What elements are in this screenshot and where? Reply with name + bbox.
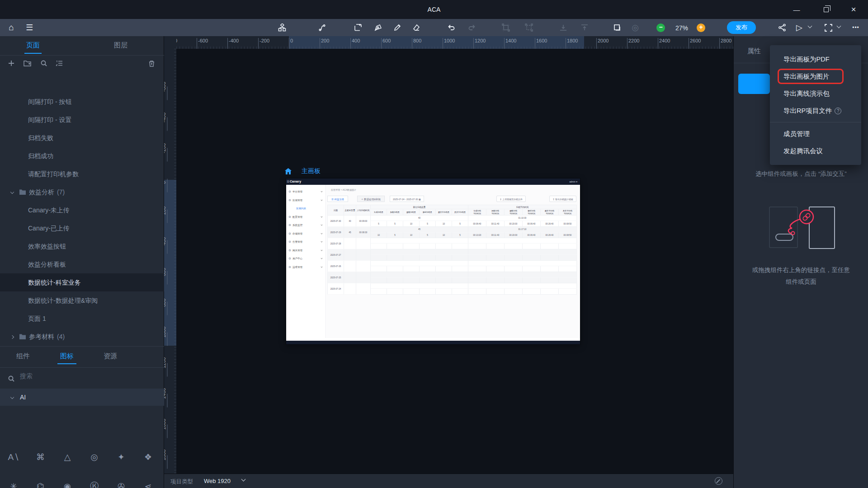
icon-section-ai[interactable]: AI: [0, 389, 164, 406]
ai-logo-sparkle-icon[interactable]: ✦: [113, 449, 129, 465]
menu-item[interactable]: 导出离线演示包: [770, 85, 861, 102]
preview-play-icon[interactable]: ▷: [792, 20, 807, 35]
disable-interactions-icon[interactable]: [715, 477, 722, 485]
bottom-bar: 项目类型 Web 1920: [164, 474, 733, 488]
close-button-icon[interactable]: ×: [843, 0, 864, 19]
page-item[interactable]: 间隔打印 - 按钮: [0, 93, 164, 111]
tab-layers[interactable]: 图层: [114, 41, 127, 50]
ai-logo-starburst-icon[interactable]: ✳: [5, 478, 22, 488]
search-pages-icon[interactable]: [38, 57, 50, 69]
page-folder[interactable]: 参考材料(4): [0, 328, 164, 346]
fullscreen-icon[interactable]: [821, 20, 835, 35]
tab-pages[interactable]: 页面: [26, 41, 40, 50]
chevron-right-icon[interactable]: [10, 335, 14, 339]
menu-item[interactable]: 发起腾讯会议: [770, 142, 861, 160]
page-item[interactable]: 请配置打印机参数: [0, 165, 164, 183]
ai-logo-nodes-icon[interactable]: ⌘: [33, 449, 49, 465]
v-ruler-label: 600: [164, 268, 166, 276]
icon-search-input[interactable]: [20, 372, 156, 380]
tab-icons[interactable]: 图标: [60, 352, 74, 361]
page-item[interactable]: Canary-已上传: [0, 219, 164, 237]
tab-properties[interactable]: 属性: [747, 47, 761, 56]
add-folder-icon[interactable]: [22, 57, 33, 69]
menu-item[interactable]: 导出画板为图片: [770, 68, 861, 85]
artboard[interactable]: ☰ Canary admin ▾ 平台管理应用管理应用列表配置管理系统监控存储管…: [286, 178, 580, 344]
page-item[interactable]: 数据统计-科室业务: [0, 273, 164, 291]
page-item[interactable]: 归档成功: [0, 147, 164, 165]
tab-components[interactable]: 组件: [16, 352, 30, 361]
zoom-in-button[interactable]: +: [697, 23, 705, 32]
embed-menu-item: 运维管理: [286, 263, 326, 271]
embed-menu-item: 系统监控: [286, 221, 326, 229]
tab-resources[interactable]: 资源: [104, 352, 117, 361]
library-tabs: 组件 图标 资源: [0, 348, 164, 366]
help-icon[interactable]: ?: [835, 108, 841, 114]
page-item[interactable]: 数据统计-数据处理&审阅: [0, 291, 164, 310]
page-item[interactable]: 归档失败: [0, 129, 164, 147]
embed-breadcrumb: 应用管理 > ACA数据统计: [331, 188, 356, 191]
menu-item[interactable]: 成员管理: [770, 125, 861, 142]
menu-item[interactable]: 导出画板为PDF: [770, 51, 861, 68]
ai-logo-spiral-icon[interactable]: ◉: [59, 478, 75, 488]
folder-icon: [19, 333, 26, 340]
ai-logo-ring-icon[interactable]: ◎: [86, 449, 103, 465]
more-options-icon[interactable]: •••: [849, 20, 863, 35]
page-label: 页面 1: [28, 315, 46, 322]
eraser-tool-icon[interactable]: [409, 20, 424, 35]
page-item[interactable]: 页面 1: [0, 310, 164, 328]
pencil-tool-icon[interactable]: [390, 20, 405, 35]
minimize-button-icon[interactable]: —: [786, 0, 807, 19]
v-ruler-label: 200: [164, 206, 166, 215]
add-page-icon[interactable]: [5, 57, 17, 69]
sidebar-tabs: 页面 图层: [0, 36, 164, 55]
page-item[interactable]: Canary-未上传: [0, 201, 164, 219]
pen-tool-icon[interactable]: [371, 20, 385, 35]
connector-tool-icon[interactable]: [315, 20, 330, 35]
ai-logo-k-square-icon[interactable]: Ⓚ: [86, 478, 103, 488]
ai-logo-blobs-icon[interactable]: ❖: [140, 449, 156, 465]
ai-logo-anthropic-icon[interactable]: A∖: [5, 449, 22, 465]
ai-logo-mountain-icon[interactable]: △: [59, 449, 75, 465]
artboard-label[interactable]: 主画板: [285, 167, 321, 175]
design-canvas[interactable]: 主画板 ☰ Canary admin ▾ 平台管理应用管理应用列表配置管理系统监…: [164, 36, 733, 474]
embed-menu-item: 配置管理: [286, 213, 326, 221]
ai-logo-arrows-icon[interactable]: ⋖: [140, 478, 156, 488]
share-icon[interactable]: [775, 20, 789, 35]
flowchart-tool-icon[interactable]: [275, 20, 289, 35]
trash-restore-icon[interactable]: [146, 57, 157, 69]
chevron-down-icon[interactable]: [10, 190, 14, 194]
project-type-value[interactable]: Web 1920: [204, 478, 231, 484]
ordered-list-icon[interactable]: [53, 57, 65, 69]
v-ruler-label: 1400: [164, 388, 166, 399]
add-frame-tool-icon[interactable]: [351, 20, 365, 35]
page-folder[interactable]: 效益分析(7): [0, 183, 164, 201]
drag-hint-line1: 或拖拽组件右上角的链接点，至任意: [734, 264, 868, 276]
publish-button[interactable]: 发布: [727, 21, 756, 34]
page-item[interactable]: 效益分析看板: [0, 255, 164, 273]
embed-sidebar: 平台管理应用管理应用列表配置管理系统监控存储管理告警管理网关管理用户中心运维管理: [286, 185, 326, 338]
home-icon[interactable]: ⌂: [4, 20, 19, 35]
embed-user: admin ▾: [569, 180, 577, 183]
embed-menu-item: 应用管理: [286, 196, 326, 204]
menu-item[interactable]: 导出RP项目文件?: [770, 102, 861, 119]
restore-button-icon[interactable]: [816, 0, 836, 19]
undo-icon[interactable]: [444, 20, 458, 35]
left-sidebar: 页面 图层 间隔打印 - 按钮间隔打印 - 设置归档失败归档成功请配置打印机参数…: [0, 36, 164, 488]
page-item[interactable]: 间隔打印 - 设置: [0, 111, 164, 129]
page-item[interactable]: 效率效益按钮: [0, 237, 164, 255]
fill-color-swatch[interactable]: [738, 74, 770, 94]
page-label: 数据统计-数据处理&审阅: [28, 297, 98, 304]
pages-toolbar: [0, 57, 164, 72]
v-ruler-label: 0: [164, 181, 166, 184]
project-type-chevron-icon[interactable]: [241, 477, 246, 482]
duplicate-layers-icon[interactable]: [610, 20, 624, 35]
ai-logo-bird-icon[interactable]: ✇: [113, 478, 129, 488]
zoom-out-button[interactable]: −: [656, 23, 665, 32]
v-ruler-label: 1000: [164, 327, 166, 338]
icon-section-label: AI: [20, 394, 26, 401]
embed-tab-department: ☰ 科室业务: [327, 196, 348, 202]
ai-logo-hexagon-icon[interactable]: ⌬: [33, 478, 49, 488]
h-ruler-label: 1000: [444, 38, 455, 43]
embed-footer: [286, 341, 580, 344]
hamburger-menu-icon[interactable]: ☰: [22, 20, 37, 35]
